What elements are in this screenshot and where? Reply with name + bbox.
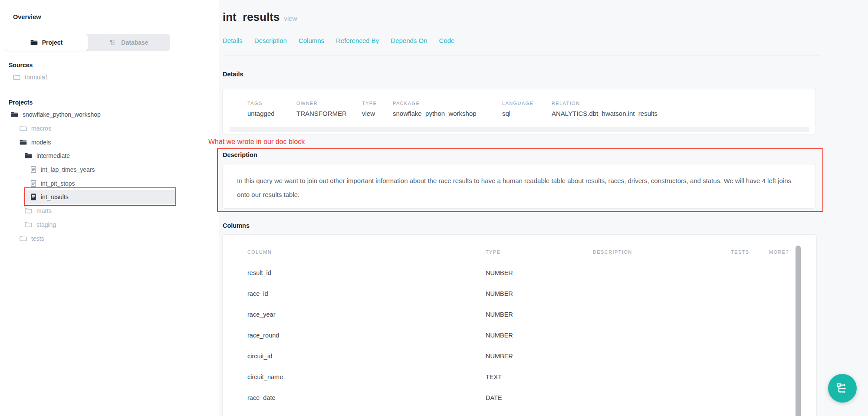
tree-item-label: staging [36,221,56,228]
overview-link[interactable]: Overview [13,13,41,20]
tree-item-snowflake_python_workshop[interactable]: snowflake_python_workshop [11,108,101,121]
description-card: In this query we want to join out other … [222,164,816,209]
tab-details[interactable]: Details [223,37,243,44]
file-icon [30,166,36,173]
tree-item-label: marts [36,207,52,214]
table-row[interactable]: race_dateDATE [247,387,786,408]
folder-open-icon [11,111,18,118]
tree-item-intermediate[interactable]: intermediate [25,149,70,163]
tree-item-label: int_results [41,193,69,200]
description-section-heading: Description [223,151,257,158]
tab-referenced-by[interactable]: Referenced By [336,37,379,44]
field-tags: TAGS untagged [247,101,296,117]
columns-scrollbar[interactable] [796,246,801,416]
tab-description[interactable]: Description [254,37,287,44]
project-tab-label: Project [42,39,62,46]
doc-block-annotation-text: What we wrote in our doc block [208,138,305,146]
materialization-badge: view [284,15,297,22]
field-package: PACKAGE snowflake_python_workshop [393,101,502,117]
folder-open-icon [20,139,27,145]
divider [223,56,820,56]
tree-item-staging[interactable]: staging [25,218,56,232]
description-body: In this query we want to join out other … [223,164,815,202]
folder-icon [13,74,20,80]
page-header: int_results view [223,10,297,24]
sources-heading: Sources [9,62,33,69]
dbt-docs-app: Overview Project Database Sources formul… [0,0,868,416]
folder-open-icon [25,153,32,159]
columns-card: COLUMN TYPE DESCRIPTION TESTS MORE? resu… [222,234,817,416]
lineage-graph-button[interactable] [828,374,857,403]
details-section-heading: Details [223,71,243,78]
table-row[interactable]: race_idNUMBER [247,283,786,304]
col-header-more: MORE? [769,249,789,255]
columns-section-heading: Columns [223,222,250,229]
model-tabs: Details Description Columns Referenced B… [223,37,454,44]
lineage-graph-icon [836,382,849,395]
col-header-column: COLUMN [247,249,486,255]
details-footer-strip [230,127,809,132]
view-toggle: Project Database [5,34,170,51]
tree-item-macros[interactable]: macros [20,121,51,135]
field-owner: OWNER TRANSFORMER [296,101,362,117]
database-tab[interactable]: Database [88,34,170,51]
tree-item-int_results[interactable]: int_results [30,190,69,204]
table-row[interactable]: race_yearNUMBER [247,304,786,325]
tree-item-label: intermediate [36,152,70,159]
database-tree-icon [109,39,117,46]
tree-item-tests[interactable]: tests [20,232,44,246]
tab-code[interactable]: Code [439,37,455,44]
tree-item-int_lap_times_years[interactable]: int_lap_times_years [30,163,95,177]
project-tab[interactable]: Project [5,34,88,51]
folder-icon [30,39,38,46]
tree-item-int_pit_stops[interactable]: int_pit_stops [30,177,75,190]
tab-depends-on[interactable]: Depends On [391,37,427,44]
folder-icon [25,222,32,228]
file-icon [30,180,36,187]
tree-item-formula1[interactable]: formula1 [13,70,48,84]
sidebar: Overview Project Database Sources formul… [0,0,219,416]
tree-item-label: int_lap_times_years [41,166,95,173]
table-row[interactable]: race_timeTIME [247,408,786,416]
tree-item-label: models [31,139,51,146]
file-solid-icon [30,193,36,200]
col-header-tests: TESTS [731,249,769,255]
table-row[interactable]: result_idNUMBER [247,262,786,283]
tree-item-label: int_pit_stops [41,180,75,187]
tab-columns[interactable]: Columns [299,37,324,44]
table-row[interactable]: circuit_nameTEXT [247,367,786,387]
col-header-description: DESCRIPTION [593,249,731,255]
field-type: TYPE view [362,101,393,117]
projects-heading: Projects [9,99,33,106]
details-fields: TAGS untagged OWNER TRANSFORMER TYPE vie… [223,89,815,117]
folder-icon [25,208,32,214]
table-row[interactable]: race_roundNUMBER [247,325,786,346]
tree-item-models[interactable]: models [20,135,51,149]
tree-item-label: macros [31,125,51,132]
database-tab-label: Database [121,39,148,46]
field-relation: RELATION ANALYTICS.dbt_hwatson.int_resul… [552,101,815,117]
tree-item-marts[interactable]: marts [25,204,52,218]
page-title: int_results [223,10,280,24]
folder-icon [20,236,27,242]
tree-item-label: formula1 [25,74,48,81]
tree-item-label: tests [31,235,44,242]
details-card: TAGS untagged OWNER TRANSFORMER TYPE vie… [222,89,816,135]
tree-item-label: snowflake_python_workshop [23,111,101,118]
col-header-type: TYPE [486,249,593,255]
table-row[interactable]: circuit_idNUMBER [247,346,786,367]
columns-table-body: result_idNUMBER race_idNUMBER race_yearN… [247,262,786,416]
field-language: LANGUAGE sql [502,101,552,117]
folder-icon [20,125,27,131]
columns-table-header: COLUMN TYPE DESCRIPTION TESTS MORE? [247,249,786,255]
